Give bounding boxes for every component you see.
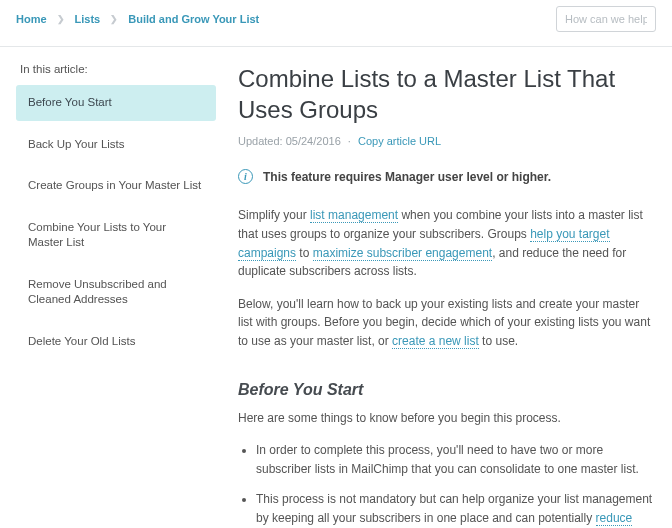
sidebar-title: In this article: — [16, 63, 216, 85]
chevron-right-icon: ❯ — [110, 14, 118, 24]
breadcrumb-home[interactable]: Home — [16, 13, 47, 25]
intro-paragraph-2: Below, you'll learn how to back up your … — [238, 295, 656, 351]
toc-item-delete-old-lists[interactable]: Delete Your Old Lists — [16, 324, 216, 360]
content: In this article: Before You Start Back U… — [0, 47, 672, 528]
section-before-you-start: Before You Start — [238, 381, 656, 399]
notice-text: This feature requires Manager user level… — [263, 170, 551, 184]
info-icon: i — [238, 169, 253, 184]
list-item: In order to complete this process, you'l… — [256, 441, 656, 478]
toc-item-remove-unsubscribed[interactable]: Remove Unsubscribed and Cleaned Addresse… — [16, 267, 216, 318]
link-list-management[interactable]: list management — [310, 208, 398, 223]
toc-item-create-groups[interactable]: Create Groups in Your Master List — [16, 168, 216, 204]
feature-notice: i This feature requires Manager user lev… — [238, 169, 656, 184]
breadcrumb-lists[interactable]: Lists — [75, 13, 101, 25]
sidebar: In this article: Before You Start Back U… — [16, 63, 216, 528]
section1-intro: Here are some things to know before you … — [238, 409, 656, 428]
search-input[interactable] — [556, 6, 656, 32]
breadcrumb-current[interactable]: Build and Grow Your List — [128, 13, 259, 25]
link-maximize-engagement[interactable]: maximize subscriber engagement — [313, 246, 492, 261]
intro-paragraph-1: Simplify your list management when you c… — [238, 206, 656, 280]
main: Combine Lists to a Master List That Uses… — [216, 63, 656, 528]
page-title: Combine Lists to a Master List That Uses… — [238, 63, 656, 125]
breadcrumb: Home ❯ Lists ❯ Build and Grow Your List — [16, 13, 259, 25]
article-meta: Updated: 05/24/2016 · Copy article URL — [238, 135, 656, 147]
before-you-start-list: In order to complete this process, you'l… — [238, 441, 656, 528]
updated-date: Updated: 05/24/2016 — [238, 135, 341, 147]
topbar: Home ❯ Lists ❯ Build and Grow Your List — [0, 0, 672, 47]
meta-separator: · — [348, 135, 351, 147]
chevron-right-icon: ❯ — [57, 14, 65, 24]
toc-item-before-you-start[interactable]: Before You Start — [16, 85, 216, 121]
toc-item-back-up-your-lists[interactable]: Back Up Your Lists — [16, 127, 216, 163]
toc-item-combine-lists[interactable]: Combine Your Lists to Your Master List — [16, 210, 216, 261]
list-item: This process is not mandatory but can he… — [256, 490, 656, 528]
copy-article-url[interactable]: Copy article URL — [358, 135, 441, 147]
link-create-new-list[interactable]: create a new list — [392, 334, 479, 349]
